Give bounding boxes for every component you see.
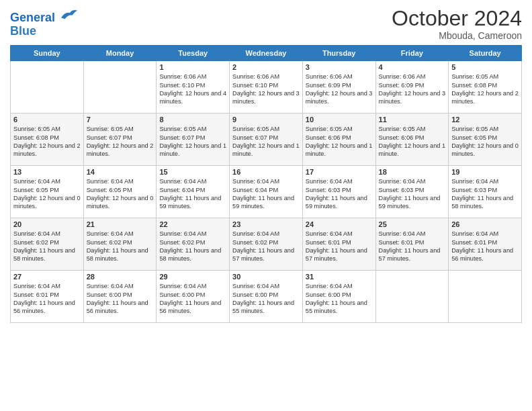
day-info: Sunrise: 6:05 AM xyxy=(232,125,300,133)
day-info: Daylight: 11 hours and 56 minutes. xyxy=(87,299,154,316)
calendar-cell: 25Sunrise: 6:04 AMSunset: 6:01 PMDayligh… xyxy=(375,218,449,271)
day-number: 7 xyxy=(87,116,154,124)
day-info: Sunset: 6:00 PM xyxy=(87,291,154,299)
day-info: Daylight: 11 hours and 59 minutes. xyxy=(232,194,300,211)
day-info: Sunset: 6:04 PM xyxy=(232,186,300,194)
day-info: Sunrise: 6:04 AM xyxy=(306,230,373,238)
day-number: 11 xyxy=(379,116,446,124)
day-info: Daylight: 12 hours and 4 minutes. xyxy=(159,89,226,106)
day-number: 26 xyxy=(451,220,519,228)
calendar-cell: 28Sunrise: 6:04 AMSunset: 6:00 PMDayligh… xyxy=(83,271,157,323)
day-info: Sunrise: 6:06 AM xyxy=(159,73,226,81)
day-info: Sunrise: 6:05 AM xyxy=(13,125,81,133)
calendar-cell: 9Sunrise: 6:05 AMSunset: 6:07 PMDaylight… xyxy=(230,113,303,166)
calendar-cell: 18Sunrise: 6:04 AMSunset: 6:03 PMDayligh… xyxy=(375,166,449,218)
day-number: 6 xyxy=(13,116,81,124)
day-info: Daylight: 11 hours and 58 minutes. xyxy=(13,246,81,263)
day-info: Daylight: 11 hours and 58 minutes. xyxy=(87,246,154,263)
day-info: Daylight: 11 hours and 58 minutes. xyxy=(451,194,519,211)
day-info: Daylight: 11 hours and 57 minutes. xyxy=(232,246,300,263)
calendar-table: SundayMondayTuesdayWednesdayThursdayFrid… xyxy=(10,45,522,323)
day-info: Daylight: 12 hours and 2 minutes. xyxy=(87,142,154,158)
calendar-cell: 26Sunrise: 6:04 AMSunset: 6:01 PMDayligh… xyxy=(449,218,522,271)
day-info: Daylight: 11 hours and 56 minutes. xyxy=(159,299,226,316)
day-info: Sunset: 6:07 PM xyxy=(232,134,300,142)
day-number: 1 xyxy=(159,63,226,71)
day-info: Sunset: 6:05 PM xyxy=(87,186,154,194)
day-info: Sunset: 6:07 PM xyxy=(159,134,226,142)
day-info: Sunset: 6:00 PM xyxy=(306,291,373,299)
day-number: 5 xyxy=(451,63,519,71)
title-block: October 2024 Mbouda, Cameroon xyxy=(392,7,522,41)
day-info: Sunset: 6:02 PM xyxy=(13,238,81,246)
day-info: Sunrise: 6:05 AM xyxy=(306,125,373,133)
calendar-cell xyxy=(449,271,522,323)
day-number: 4 xyxy=(379,63,446,71)
day-info: Sunrise: 6:04 AM xyxy=(232,230,300,238)
calendar-cell: 19Sunrise: 6:04 AMSunset: 6:03 PMDayligh… xyxy=(449,166,522,218)
calendar-cell xyxy=(83,61,157,113)
day-info: Sunrise: 6:04 AM xyxy=(451,177,519,185)
day-number: 20 xyxy=(13,220,81,228)
weekday-row: SundayMondayTuesdayWednesdayThursdayFrid… xyxy=(11,46,522,61)
day-info: Sunset: 6:02 PM xyxy=(87,238,154,246)
header: General Blue October 2024 Mbouda, Camero… xyxy=(10,7,522,41)
day-info: Sunset: 6:10 PM xyxy=(159,81,226,89)
calendar-cell: 20Sunrise: 6:04 AMSunset: 6:02 PMDayligh… xyxy=(11,218,84,271)
weekday-header-sunday: Sunday xyxy=(11,46,84,61)
day-info: Sunrise: 6:04 AM xyxy=(13,282,81,290)
day-info: Sunrise: 6:04 AM xyxy=(159,282,226,290)
day-info: Sunrise: 6:04 AM xyxy=(306,177,373,185)
day-info: Daylight: 12 hours and 1 minute. xyxy=(232,142,300,158)
day-number: 23 xyxy=(232,220,300,228)
day-info: Sunrise: 6:04 AM xyxy=(232,282,300,290)
day-number: 25 xyxy=(379,220,446,228)
calendar-cell: 12Sunrise: 6:05 AMSunset: 6:05 PMDayligh… xyxy=(449,113,522,166)
calendar-cell: 23Sunrise: 6:04 AMSunset: 6:02 PMDayligh… xyxy=(230,218,303,271)
weekday-header-thursday: Thursday xyxy=(302,46,375,61)
calendar-cell: 31Sunrise: 6:04 AMSunset: 6:00 PMDayligh… xyxy=(302,271,375,323)
day-number: 15 xyxy=(159,168,226,176)
calendar-cell: 6Sunrise: 6:05 AMSunset: 6:08 PMDaylight… xyxy=(11,113,84,166)
day-info: Sunrise: 6:04 AM xyxy=(379,230,446,238)
day-number: 2 xyxy=(232,63,300,71)
day-info: Sunset: 6:01 PM xyxy=(451,238,519,246)
day-info: Sunset: 6:02 PM xyxy=(159,238,226,246)
day-info: Sunset: 6:00 PM xyxy=(232,291,300,299)
day-info: Sunrise: 6:06 AM xyxy=(306,73,373,81)
weekday-header-wednesday: Wednesday xyxy=(230,46,303,61)
calendar-body: 1Sunrise: 6:06 AMSunset: 6:10 PMDaylight… xyxy=(11,61,522,323)
day-info: Sunrise: 6:04 AM xyxy=(379,177,446,185)
day-info: Sunrise: 6:05 AM xyxy=(451,73,519,81)
calendar-cell: 10Sunrise: 6:05 AMSunset: 6:06 PMDayligh… xyxy=(302,113,375,166)
week-row-2: 6Sunrise: 6:05 AMSunset: 6:08 PMDaylight… xyxy=(11,113,522,166)
day-info: Daylight: 12 hours and 0 minutes. xyxy=(13,194,81,211)
calendar-cell: 17Sunrise: 6:04 AMSunset: 6:03 PMDayligh… xyxy=(302,166,375,218)
day-number: 10 xyxy=(306,116,373,124)
weekday-header-friday: Friday xyxy=(375,46,449,61)
calendar-cell: 7Sunrise: 6:05 AMSunset: 6:07 PMDaylight… xyxy=(83,113,157,166)
day-info: Daylight: 12 hours and 2 minutes. xyxy=(13,142,81,158)
calendar-header: SundayMondayTuesdayWednesdayThursdayFrid… xyxy=(11,46,522,61)
day-info: Daylight: 11 hours and 56 minutes. xyxy=(451,246,519,263)
day-info: Daylight: 12 hours and 2 minutes. xyxy=(451,89,519,106)
day-number: 18 xyxy=(379,168,446,176)
logo-bird-icon xyxy=(60,7,79,21)
logo: General Blue xyxy=(10,7,79,38)
calendar-cell: 15Sunrise: 6:04 AMSunset: 6:04 PMDayligh… xyxy=(157,166,230,218)
calendar-cell xyxy=(375,271,449,323)
day-info: Sunrise: 6:04 AM xyxy=(87,230,154,238)
week-row-5: 27Sunrise: 6:04 AMSunset: 6:01 PMDayligh… xyxy=(11,271,522,323)
day-info: Daylight: 11 hours and 58 minutes. xyxy=(159,246,226,263)
day-info: Sunrise: 6:04 AM xyxy=(451,230,519,238)
week-row-1: 1Sunrise: 6:06 AMSunset: 6:10 PMDaylight… xyxy=(11,61,522,113)
day-info: Sunset: 6:09 PM xyxy=(306,81,373,89)
month-title: October 2024 xyxy=(392,7,522,30)
calendar-cell: 2Sunrise: 6:06 AMSunset: 6:10 PMDaylight… xyxy=(230,61,303,113)
weekday-header-tuesday: Tuesday xyxy=(157,46,230,61)
day-number: 21 xyxy=(87,220,154,228)
day-info: Daylight: 12 hours and 1 minute. xyxy=(306,142,373,158)
day-info: Sunset: 6:00 PM xyxy=(159,291,226,299)
day-info: Sunset: 6:08 PM xyxy=(451,81,519,89)
calendar-cell: 30Sunrise: 6:04 AMSunset: 6:00 PMDayligh… xyxy=(230,271,303,323)
